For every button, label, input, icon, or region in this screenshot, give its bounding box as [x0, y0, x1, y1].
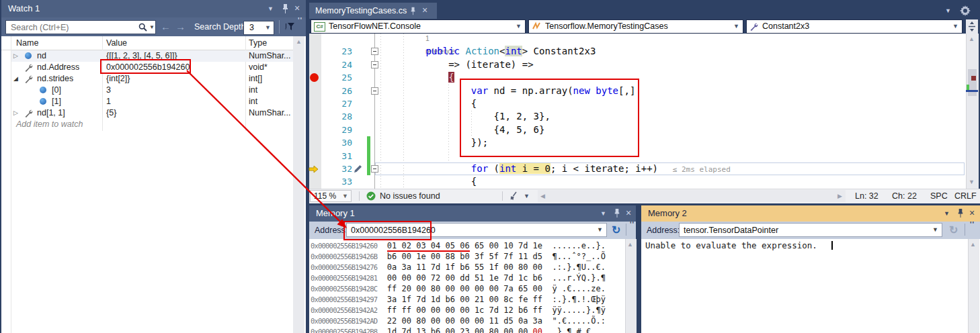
watch-col-name[interactable]: Name — [16, 36, 38, 50]
watch-row[interactable]: nd.Address0x000002556b194260void* — [11, 62, 293, 73]
code-line[interactable]: public Action<int> Constant2x3 — [380, 45, 596, 58]
memory1-menu-chevron-icon[interactable]: ▼ — [600, 205, 606, 222]
project-combo-chevron-icon[interactable]: ▼ — [516, 20, 522, 33]
fold-collapse-box[interactable] — [371, 165, 378, 173]
code-line[interactable]: { — [380, 97, 477, 110]
type-combo[interactable]: Tensorflow.MemoryTestingCases ▼ — [528, 19, 743, 34]
search-options-chevron-icon[interactable]: ▼ — [149, 20, 155, 34]
memory1-titlebar[interactable]: Memory 1 ▼ × — [309, 205, 636, 222]
watch-row[interactable]: ▷nd{[[1, 2, 3], [4, 5, 6]]}NumShar... — [11, 50, 293, 62]
editor-scroll-right-icon[interactable]: ▶ — [838, 193, 842, 199]
watch-value-cell[interactable]: 3 — [106, 85, 244, 96]
watch-value-cell[interactable]: 1 — [106, 96, 244, 107]
zoom-chevron-icon[interactable]: ▼ — [342, 191, 348, 201]
health-check-icon[interactable] — [366, 191, 376, 201]
memory2-menu-chevron-icon[interactable]: ▼ — [944, 205, 950, 222]
memory1-pin-icon[interactable] — [613, 208, 621, 218]
memory-row[interactable]: 0x000002556B194276 0a 3a 11 7d 1f b6 55 … — [311, 262, 606, 273]
editor-tab[interactable]: MemoryTestingCases.cs × — [309, 3, 437, 19]
memory-row[interactable]: 0x000002556B1942A2 ff ff 00 00 00 00 1c … — [311, 305, 606, 316]
watch-value-cell[interactable]: {int[2]} — [106, 73, 244, 85]
watch-row[interactable]: ▷nd[1, 1]{5}NumShar... — [11, 107, 293, 119]
memory2-refresh-icon[interactable]: ↻ — [949, 222, 958, 239]
search-depth-combo[interactable]: 3 ▼ — [243, 21, 274, 35]
status-spaces-mode[interactable]: SPC — [930, 189, 948, 203]
memory1-scrollbar[interactable] — [625, 239, 637, 333]
search-icon[interactable] — [138, 23, 147, 32]
editor-vscrollbar[interactable] — [966, 34, 979, 189]
split-window-button[interactable] — [966, 19, 978, 34]
code-line[interactable]: { — [380, 71, 454, 84]
code-line[interactable]: }); — [380, 136, 488, 149]
watch-type-cell[interactable]: int[] — [249, 73, 293, 85]
watch-value-cell[interactable]: {5} — [106, 107, 244, 119]
watch-search-input[interactable] — [5, 20, 156, 34]
expander-collapsed-icon[interactable]: ▷ — [13, 107, 18, 119]
document-well-chevron-icon[interactable]: ▼ — [945, 3, 951, 19]
memory2-titlebar[interactable]: Memory 2 ▼ × — [641, 205, 980, 222]
zoom-combo[interactable]: 115 % ▼ — [310, 190, 352, 202]
watch-close-icon[interactable]: × — [294, 0, 300, 17]
memory2-scrollbar[interactable] — [968, 239, 979, 333]
memory2-pin-icon[interactable] — [956, 208, 965, 218]
tab-close-icon[interactable]: × — [422, 3, 427, 18]
memory1-address-chevron-icon[interactable]: ▼ — [597, 223, 603, 237]
watch-type-cell[interactable]: NumShar... — [249, 50, 293, 62]
search-forward-icon[interactable]: → — [175, 17, 186, 36]
editor-scroll-thumb[interactable] — [968, 69, 977, 96]
watch-titlebar[interactable]: Watch 1 ▼ × — [1, 0, 306, 17]
watch-col-value[interactable]: Value — [106, 36, 127, 50]
editor-scroll-down-icon[interactable]: ▼ — [969, 179, 975, 185]
memory-row[interactable]: 0x000002556B1942AD 22 00 80 00 00 00 00 … — [311, 316, 606, 326]
editor-hscrollbar[interactable] — [538, 190, 846, 202]
gear-icon[interactable] — [960, 5, 971, 16]
watch-row[interactable]: [0]3int — [11, 85, 293, 96]
editor-scroll-left-icon[interactable]: ◀ — [540, 193, 545, 199]
watch-name-cell[interactable]: nd.strides — [37, 73, 73, 85]
code-line[interactable]: for (int i = 0; i < iterate; i++) ≤ 2ms … — [380, 162, 731, 176]
memory1-scroll-up-icon[interactable]: ▲ — [627, 241, 633, 248]
watch-col-type[interactable]: Type — [249, 36, 267, 50]
fold-collapse-box[interactable] — [371, 61, 378, 68]
memory-row[interactable]: 0x000002556B19426B b6 00 1e 00 88 b0 3f … — [311, 251, 606, 262]
watch-menu-chevron-icon[interactable]: ▼ — [268, 0, 274, 17]
memory2-close-icon[interactable]: × — [969, 205, 975, 221]
watch-scrollbar-up-icon[interactable]: ▲ — [296, 38, 302, 45]
type-combo-chevron-icon[interactable]: ▼ — [733, 20, 739, 33]
memory1-refresh-icon[interactable]: ↻ — [612, 222, 620, 239]
memory2-content[interactable] — [641, 239, 980, 333]
watch-add-item[interactable]: Add item to watch — [16, 119, 83, 130]
fold-collapse-box[interactable] — [371, 48, 378, 55]
memory2-address-chevron-icon[interactable]: ▼ — [932, 223, 938, 237]
code-cleanup-broom-icon[interactable] — [509, 191, 520, 201]
project-combo[interactable]: C# TensorFlowNET.Console ▼ — [311, 19, 526, 34]
memory2-overflow-icon[interactable]: '' — [970, 220, 975, 228]
search-depth-chevron-icon[interactable]: ▼ — [265, 21, 271, 34]
filter-pin-icon[interactable] — [283, 21, 295, 33]
watch-toolbar-overflow-icon[interactable]: '' — [298, 16, 302, 24]
memory-row[interactable]: 0x000002556B19428C ff 20 00 80 00 00 00 … — [311, 283, 606, 294]
watch-type-cell[interactable]: int — [249, 96, 293, 107]
watch-type-cell[interactable]: NumShar... — [249, 107, 293, 119]
code-line[interactable]: {4, 5, 6} — [380, 124, 544, 136]
watch-row[interactable]: [1]1int — [11, 96, 293, 107]
memory-row[interactable]: 0x000002556B194260 01 02 03 04 05 06 65 … — [311, 240, 606, 251]
memory1-address-input[interactable] — [346, 223, 607, 237]
code-line[interactable]: { — [380, 175, 477, 188]
memory-row[interactable]: 0x000002556B1942B8 1d 7d 13 b6 00 23 00 … — [311, 326, 606, 333]
code-line[interactable]: {1, 2, 3}, — [380, 110, 550, 123]
expander-expanded-icon[interactable]: ◢ — [13, 73, 18, 85]
member-combo-chevron-icon[interactable]: ▼ — [952, 20, 958, 33]
watch-scrollbar[interactable] — [293, 36, 304, 333]
watch-name-cell[interactable]: [0] — [52, 85, 61, 96]
watch-type-cell[interactable]: int — [249, 85, 293, 96]
memory2-scroll-up-icon[interactable]: ▲ — [970, 241, 976, 248]
watch-name-cell[interactable]: nd — [37, 50, 46, 62]
code-cleanup-chevron-icon[interactable]: ▼ — [524, 189, 530, 203]
expander-collapsed-icon[interactable]: ▷ — [13, 50, 18, 62]
memory-row[interactable]: 0x000002556B194297 3a 1f 7d 1d b6 00 21 … — [311, 294, 606, 305]
watch-value-cell[interactable]: {[[1, 2, 3], [4, 5, 6]]} — [106, 50, 244, 62]
watch-pin-icon[interactable] — [281, 3, 290, 14]
watch-type-cell[interactable]: void* — [249, 62, 293, 73]
tab-pin-icon[interactable] — [409, 7, 417, 15]
